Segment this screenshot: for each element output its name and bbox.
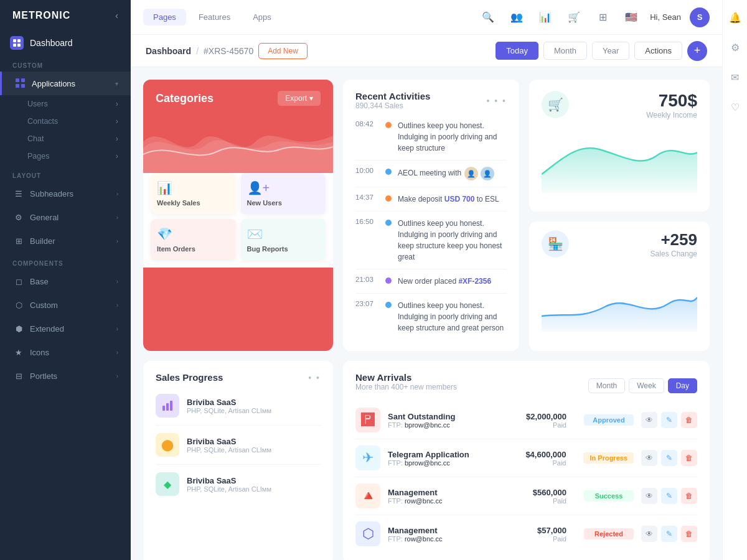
export-button[interactable]: Export ▾: [278, 91, 321, 106]
sales-change-card: 🏪 +259 Sales Change: [529, 222, 710, 351]
subheader: Dashboard / #XRS-45670 Add New Today Mon…: [131, 35, 722, 67]
arrival-name-3: Management: [388, 488, 525, 497]
order-link[interactable]: #XF-2356: [458, 277, 491, 286]
sidebar-item-subheaders[interactable]: ☰ Subheaders ›: [0, 182, 131, 205]
edit-button-2[interactable]: ✎: [661, 450, 677, 466]
arrivals-tab-day[interactable]: Day: [668, 378, 697, 393]
right-gear-icon[interactable]: ⚙: [725, 37, 745, 57]
delete-button-1[interactable]: 🗑: [681, 412, 697, 428]
dashboard-nav-item[interactable]: Dashboard: [0, 31, 131, 55]
arrival-amount-4: $57,000 Paid: [537, 526, 566, 543]
right-bell-icon[interactable]: 🔔: [725, 7, 745, 27]
arrivals-tab-month[interactable]: Month: [588, 378, 625, 393]
view-button-1[interactable]: 👁: [641, 412, 657, 428]
income-icon: 🛒: [542, 91, 569, 118]
grid-icon[interactable]: ⊞: [593, 7, 613, 27]
action-icons-3: 👁 ✎ 🗑: [641, 488, 697, 504]
edit-button-1[interactable]: ✎: [661, 412, 677, 428]
svg-rect-10: [170, 401, 172, 411]
badge-in-progress: In Progress: [583, 452, 634, 464]
chart-icon[interactable]: 📊: [535, 7, 555, 27]
arrival-amount-3: $560,000 Paid: [533, 488, 566, 505]
sidebar-collapse-icon[interactable]: ‹: [115, 11, 118, 21]
income-label: Weekly Income: [646, 111, 697, 119]
period-year-button[interactable]: Year: [592, 42, 629, 60]
badge-approved: Approved: [584, 414, 634, 426]
add-button[interactable]: +: [687, 41, 707, 61]
arrivals-tab-week[interactable]: Week: [629, 378, 664, 393]
tab-pages[interactable]: Pages: [143, 9, 186, 26]
view-button-2[interactable]: 👁: [641, 450, 657, 466]
edit-button-4[interactable]: ✎: [661, 526, 677, 542]
actions-button[interactable]: Actions: [634, 42, 682, 60]
sidebar-item-portlets[interactable]: ⊟ Portlets ›: [0, 364, 131, 388]
base-icon: ◻: [12, 275, 25, 287]
search-icon[interactable]: 🔍: [478, 7, 498, 27]
tab-features[interactable]: Features: [189, 9, 240, 26]
sidebar-item-pages[interactable]: Pages ›: [0, 147, 131, 165]
sidebar-item-applications[interactable]: Applications ▾: [0, 72, 131, 95]
period-month-button[interactable]: Month: [543, 42, 587, 60]
general-icon: ⚙: [12, 211, 25, 223]
delete-button-3[interactable]: 🗑: [681, 488, 697, 504]
svg-rect-1: [17, 39, 21, 42]
sidebar-item-users[interactable]: Users ›: [0, 95, 131, 113]
item-orders-icon: 💎: [157, 226, 230, 241]
cart-icon[interactable]: 🛒: [564, 7, 584, 27]
view-button-3[interactable]: 👁: [641, 488, 657, 504]
applications-icon: [14, 77, 27, 90]
period-today-button[interactable]: Today: [496, 42, 538, 60]
right-heart-icon[interactable]: ♡: [725, 97, 745, 117]
delete-button-2[interactable]: 🗑: [681, 450, 697, 466]
delete-button-4[interactable]: 🗑: [681, 526, 697, 542]
sidebar-item-contacts[interactable]: Contacts ›: [0, 113, 131, 130]
sidebar-item-chat[interactable]: Chat ›: [0, 130, 131, 147]
sidebar-item-builder[interactable]: ⊞ Builder ›: [0, 229, 131, 253]
action-icons-2: 👁 ✎ 🗑: [641, 450, 697, 466]
general-arrow: ›: [116, 214, 118, 221]
sales-dots-menu[interactable]: • •: [308, 373, 321, 383]
sales-desc-2: PHP, SQLite, Artisan CLIмм: [187, 446, 321, 454]
extended-icon: ⬢: [12, 322, 25, 335]
arrival-price-1: $2,000,000: [526, 412, 566, 421]
sidebar-item-custom[interactable]: ⬡ Custom ›: [0, 293, 131, 317]
sales-desc-1: PHP, SQLite, Artisan CLIмм: [187, 407, 321, 414]
sub-cards-container: 📊 Weekly Sales 👤+ New Users 💎 Item Order…: [143, 173, 333, 268]
user-avatar[interactable]: S: [690, 7, 710, 27]
item-orders-label: Item Orders: [157, 245, 230, 253]
sales-change-chart: [542, 263, 697, 332]
badge-rejected: Rejected: [584, 528, 634, 539]
subcart-new-users: 👤+ New Users: [241, 173, 326, 214]
sidebar-item-general[interactable]: ⚙ General ›: [0, 205, 131, 229]
right-panel: 🛒 750$ Weekly Income: [529, 80, 710, 351]
add-new-button[interactable]: Add New: [258, 43, 308, 59]
sales-info-2: Briviba SaaS PHP, SQLite, Artisan CLIмм: [187, 437, 321, 454]
tab-apps[interactable]: Apps: [243, 9, 281, 26]
act-text: New order placed #XF-2356: [398, 276, 491, 287]
topnav-tabs: Pages Features Apps: [143, 9, 281, 26]
arrivals-tabs: Month Week Day: [588, 378, 697, 393]
deposit-link[interactable]: USD 700: [444, 195, 475, 203]
edit-button-3[interactable]: ✎: [661, 488, 677, 504]
arrival-ftp-1: FTP: bprow@bnc.cc: [388, 421, 519, 429]
avatar-1: 👤: [464, 167, 478, 180]
icons-icon: ★: [12, 346, 25, 358]
brand-name: METRONIC: [12, 10, 70, 21]
arrival-paid-3: Paid: [533, 497, 566, 505]
view-button-4[interactable]: 👁: [641, 526, 657, 542]
action-icons-1: 👁 ✎ 🗑: [641, 412, 697, 428]
act-dot-orange: [385, 122, 392, 128]
sidebar-item-extended[interactable]: ⬢ Extended ›: [0, 317, 131, 340]
sidebar-item-icons[interactable]: ★ Icons ›: [0, 340, 131, 364]
arrival-name-2: Telegram Application: [388, 450, 518, 459]
base-arrow: ›: [116, 278, 118, 285]
flag-icon[interactable]: 🇺🇸: [621, 7, 641, 27]
custom-icon: ⬡: [12, 299, 25, 311]
breadcrumb: Dashboard / #XRS-45670 Add New: [146, 43, 308, 59]
right-send-icon[interactable]: ✉: [725, 67, 745, 87]
sidebar-item-base[interactable]: ◻ Base ›: [0, 269, 131, 293]
arrival-name-4: Management: [388, 526, 530, 535]
users-icon[interactable]: 👥: [507, 7, 527, 27]
row2: Sales Progress • • Briviba SaaS PHP, SQL…: [143, 361, 710, 560]
recent-dots-menu[interactable]: • • •: [487, 96, 507, 106]
